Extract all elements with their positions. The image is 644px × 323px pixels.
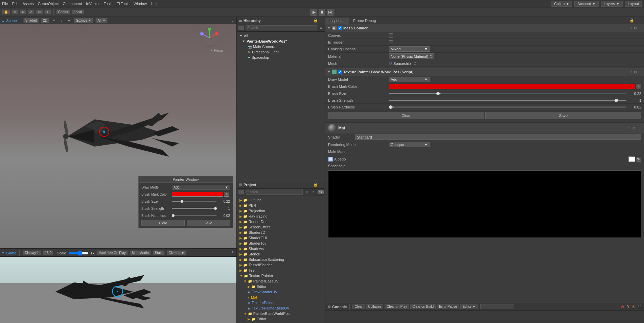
hierarchy-more[interactable]: ⋮ <box>319 18 323 23</box>
menu-component[interactable]: Component <box>63 2 82 6</box>
local-toggle[interactable]: Local <box>72 9 84 15</box>
step-button[interactable]: ⏭ <box>327 9 334 16</box>
stats-btn[interactable]: Stats <box>153 250 165 255</box>
console-error-pause-btn[interactable]: Error Pause <box>437 304 459 309</box>
tp-fold[interactable]: ▼ <box>327 70 330 74</box>
project-item-test[interactable]: ▶ 📁 Test <box>237 268 325 273</box>
project-item-editor1[interactable]: ▶ 📁 Editor <box>237 284 325 289</box>
transform-rect[interactable]: ▭ <box>36 9 43 15</box>
hierarchy-item-scene[interactable]: ▼ PainterBaseWorldPos* <box>237 39 325 44</box>
project-item-drawshaderuv[interactable]: ◈ DrawShaderUV <box>237 289 325 295</box>
console-clear-on-play-btn[interactable]: Clear on Play <box>385 304 409 309</box>
mat-help[interactable]: ? <box>628 126 630 130</box>
play-button[interactable]: ▶ <box>310 9 317 16</box>
collab-button[interactable]: Collab ▼ <box>551 1 572 7</box>
project-item-material[interactable]: ▶ 📁 Material <box>237 322 325 323</box>
all-btn[interactable]: All ▼ <box>95 18 108 23</box>
project-item-renderdoc[interactable]: ▶ 📁 RenderDoc <box>237 219 325 224</box>
menu-gameobject[interactable]: GameObject <box>38 2 59 6</box>
project-item-shadows[interactable]: ▶ 📁 Shadows <box>237 246 325 251</box>
rendering-mode-value[interactable]: Opaque ▼ <box>389 142 430 147</box>
project-item-texturepainterbaseuv[interactable]: ◈ TexturePainterBaseUV <box>237 305 325 311</box>
project-item-raytracing[interactable]: ▶ 📁 RayTracing <box>237 214 325 219</box>
painter-save-btn[interactable]: Save <box>187 220 230 226</box>
scene-more[interactable]: ⋮ <box>231 18 234 23</box>
project-add[interactable]: + <box>238 190 244 195</box>
color-pick-btn[interactable]: ✎ <box>224 192 229 197</box>
mesh-pick[interactable]: ⊙ <box>413 61 416 66</box>
transform-move[interactable]: ⊕ <box>12 9 18 15</box>
mesh-collider-fold[interactable]: ▼ <box>327 26 330 30</box>
transform-scale[interactable]: ⤢ <box>28 9 34 15</box>
mesh-collider-menu[interactable]: ⋮ <box>638 26 642 30</box>
project-search[interactable] <box>246 190 303 195</box>
tp-settings[interactable]: ⚙ <box>634 70 637 74</box>
center-toggle[interactable]: Center <box>56 9 70 15</box>
painter-clear-btn[interactable]: Clear <box>141 220 185 226</box>
scene-gizmo[interactable]: X Z Y <box>199 28 220 48</box>
brush-color-display[interactable] <box>389 84 635 89</box>
console-clear-btn[interactable]: Clear <box>352 304 365 309</box>
scene-tab[interactable]: ≡ <box>2 19 4 23</box>
hierarchy-filter[interactable]: ≡ <box>318 25 324 31</box>
project-lock[interactable]: 🔒 <box>313 182 318 187</box>
console-clear-on-build-btn[interactable]: Clear on Build <box>410 304 436 309</box>
hierarchy-item-all[interactable]: ▼ All <box>237 33 325 39</box>
menu-window[interactable]: Window <box>134 2 147 6</box>
pause-button[interactable]: ⏸ <box>319 9 325 16</box>
transform-combo[interactable]: ✦ <box>44 9 51 15</box>
inspector-clear-btn[interactable]: Clear <box>328 112 484 119</box>
lighting-btn[interactable]: ☀ <box>51 18 57 23</box>
project-item-shadergui[interactable]: ▶ 📁 ShaderGUI <box>237 235 325 241</box>
cooking-options-value[interactable]: Mixed... ▼ <box>389 46 430 52</box>
game-canvas[interactable] <box>0 257 236 323</box>
hierarchy-lock[interactable]: 🔒 <box>313 18 318 23</box>
menu-help[interactable]: Help <box>151 2 159 6</box>
tp-menu[interactable]: ⋮ <box>638 70 642 74</box>
hierarchy-search[interactable] <box>246 25 317 30</box>
brush-color-bar[interactable] <box>172 192 223 197</box>
project-item-projection[interactable]: ▶ 📁 Projection <box>237 208 325 214</box>
2d-btn[interactable]: 2D <box>41 18 49 23</box>
project-item-pbr[interactable]: ▶ 📁 PBR <box>237 203 325 208</box>
console-collapse-btn[interactable]: Collapse <box>366 304 383 309</box>
menu-eltools[interactable]: ELTools <box>116 2 129 6</box>
menu-invector[interactable]: InVector <box>86 2 99 6</box>
game-more[interactable]: ⋮ <box>231 251 234 255</box>
brush-strength-slider-insp[interactable] <box>389 100 626 101</box>
display-btn[interactable]: Display 1 <box>23 250 41 255</box>
project-view-btn2[interactable]: ≡ <box>311 190 316 195</box>
project-more[interactable]: ⋮ <box>319 182 323 187</box>
tp-help[interactable]: ? <box>630 70 632 74</box>
project-item-texturepainter-script[interactable]: ◈ TexturePainter <box>237 300 325 305</box>
hierarchy-item-camera[interactable]: 📷 Main Camera <box>237 44 325 49</box>
brush-strength-slider[interactable] <box>172 208 216 209</box>
menu-edit[interactable]: Edit <box>12 2 19 6</box>
mute-audio[interactable]: Mute Audio <box>130 250 151 255</box>
brush-color-edit-btn[interactable]: ✎ <box>636 84 641 89</box>
material-value[interactable]: None (Physic Material) ⊙ <box>389 53 434 59</box>
gizmos-btn[interactable]: Gizmos ▼ <box>167 250 187 255</box>
inspector-save-btn[interactable]: Save <box>485 112 641 119</box>
hierarchy-item-light[interactable]: ☀ Directional Light <box>237 49 325 55</box>
scale-slider[interactable] <box>68 250 89 256</box>
mesh-collider-settings[interactable]: ⚙ <box>634 26 637 30</box>
inspector-tab[interactable]: Inspector <box>325 18 349 24</box>
fx-btn[interactable]: ✦ <box>66 18 72 23</box>
tp-enabled[interactable] <box>338 70 342 74</box>
draw-model-select[interactable]: Add ▼ <box>172 185 230 190</box>
inspector-lock[interactable]: 🔒 <box>627 18 636 23</box>
scene-tab-label[interactable]: Scene <box>6 19 17 23</box>
aspect-btn[interactable]: 16:9 <box>43 250 53 255</box>
brush-size-slider-insp[interactable] <box>389 93 626 94</box>
console-editor-btn[interactable]: Editor ▼ <box>460 304 478 309</box>
project-item-painterbaseuv[interactable]: ▼ 📁 PainterBaseUV <box>237 278 325 284</box>
mesh-collider-enabled[interactable] <box>338 26 342 30</box>
project-item-stencil[interactable]: ▶ 📁 Stencil <box>237 251 325 257</box>
project-item-tessell[interactable]: ▶ 📁 TessellShader <box>237 262 325 268</box>
project-view-btn1[interactable]: ⊞ <box>304 190 309 195</box>
gizmos-btn[interactable]: Gizmos ▼ <box>74 18 94 23</box>
is-trigger-checkbox[interactable] <box>389 40 393 44</box>
project-item-screeneffect[interactable]: ▶ 📁 ScreenEffect <box>237 224 325 230</box>
transform-rotate[interactable]: ↻ <box>20 9 26 15</box>
